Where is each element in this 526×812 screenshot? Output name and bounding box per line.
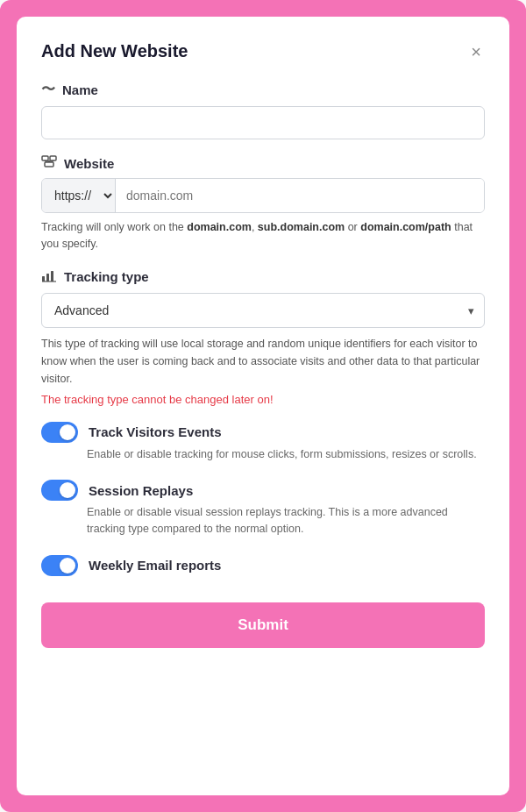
svg-rect-2 — [45, 162, 53, 167]
weekly-email-row: Weekly Email reports — [41, 555, 485, 576]
website-input-row: https:// http:// — [41, 178, 485, 213]
track-visitors-desc: Enable or disable tracking for mouse cli… — [87, 446, 485, 463]
weekly-email-label: Weekly Email reports — [89, 558, 221, 573]
weekly-email-section: Weekly Email reports — [41, 555, 485, 580]
domain-input[interactable] — [116, 179, 484, 212]
session-replays-label: Session Replays — [89, 483, 193, 498]
track-visitors-toggle[interactable] — [41, 422, 78, 443]
session-replays-toggle[interactable] — [41, 480, 78, 501]
tracking-type-select[interactable]: Advanced Simple Custom — [41, 293, 485, 328]
tracking-icon — [41, 268, 57, 286]
track-visitors-section: Track Visitors Events Enable or disable … — [41, 422, 485, 467]
weekly-email-toggle[interactable] — [41, 555, 78, 576]
website-label: Website — [41, 155, 485, 171]
modal-title: Add New Website — [41, 41, 188, 61]
submit-button[interactable]: Submit — [41, 602, 485, 648]
svg-rect-8 — [46, 274, 49, 281]
website-hint: Tracking will only work on the domain.co… — [41, 219, 485, 253]
website-icon — [41, 155, 57, 171]
svg-rect-1 — [50, 156, 56, 160]
track-visitors-label: Track Visitors Events — [89, 424, 221, 439]
svg-rect-7 — [42, 276, 45, 281]
close-button[interactable]: × — [467, 43, 485, 61]
name-icon: 〜 — [41, 81, 55, 99]
website-section: Website https:// http:// Tracking will o… — [41, 155, 485, 253]
tracking-type-section: Tracking type Advanced Simple Custom ▾ T… — [41, 268, 485, 406]
session-replays-row: Session Replays — [41, 480, 485, 501]
modal-container: Add New Website × 〜 Name — [17, 17, 509, 795]
svg-rect-9 — [51, 271, 53, 281]
session-replays-section: Session Replays Enable or disable visual… — [41, 480, 485, 541]
name-input[interactable] — [41, 106, 485, 139]
tracking-type-wrapper: Advanced Simple Custom ▾ — [41, 293, 485, 328]
protocol-select[interactable]: https:// http:// — [42, 179, 116, 212]
name-section: 〜 Name — [41, 81, 485, 139]
tracking-description: This type of tracking will use local sto… — [41, 335, 485, 388]
outer-border: Add New Website × 〜 Name — [0, 0, 526, 812]
name-label: 〜 Name — [41, 81, 485, 99]
tracking-type-label: Tracking type — [41, 268, 485, 286]
tracking-warning: The tracking type cannot be changed late… — [41, 393, 485, 406]
svg-rect-0 — [42, 156, 48, 160]
session-replays-desc: Enable or disable visual session replays… — [87, 504, 485, 538]
modal-header: Add New Website × — [41, 41, 485, 61]
track-visitors-row: Track Visitors Events — [41, 422, 485, 443]
